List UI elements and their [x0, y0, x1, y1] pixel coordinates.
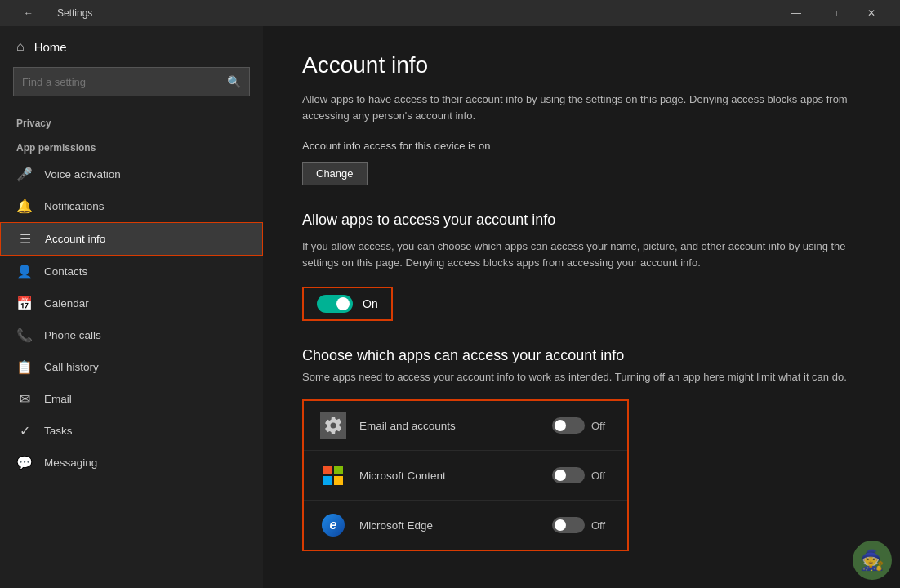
app-name-ms-edge: Microsoft Edge — [359, 519, 539, 532]
search-box: 🔍 — [13, 67, 250, 96]
ms-logo-grid — [323, 466, 343, 485]
app-toggle-label-ms-content: Off — [591, 470, 611, 482]
table-row: Microsoft Content Off — [304, 451, 627, 501]
sidebar-item-label: Voice activation — [44, 168, 121, 180]
toggle-thumb — [336, 297, 350, 310]
main-toggle-container[interactable]: On — [302, 287, 393, 321]
notifications-icon: 🔔 — [16, 198, 33, 214]
calendar-icon: 📅 — [16, 296, 33, 311]
sidebar: ⌂ Home 🔍 Privacy App permissions 🎤 Voice… — [0, 26, 263, 588]
sidebar-item-label: Contacts — [44, 265, 87, 278]
sidebar-item-label: Messaging — [44, 457, 97, 469]
sidebar-item-home[interactable]: ⌂ Home — [0, 26, 263, 67]
sidebar-item-contacts[interactable]: 👤 Contacts — [0, 256, 263, 287]
minimize-button[interactable]: — — [777, 0, 815, 26]
titlebar-left: ← Settings — [10, 0, 92, 26]
close-button[interactable]: ✕ — [853, 0, 890, 26]
app-toggle-area-email-accounts: Off — [552, 417, 611, 434]
intro-text: Allow apps to have access to their accou… — [302, 91, 861, 123]
app-toggle-email-accounts[interactable] — [552, 417, 585, 434]
search-input[interactable] — [22, 76, 221, 88]
app-toggle-label-ms-edge: Off — [591, 519, 611, 532]
app-toggle-ms-content[interactable] — [552, 467, 585, 483]
titlebar-controls: — □ ✕ — [777, 0, 890, 26]
allow-section-heading: Allow apps to access your account info — [302, 212, 861, 229]
app-name-email-accounts: Email and accounts — [359, 420, 539, 432]
sidebar-item-label: Calendar — [44, 297, 89, 310]
app-list: Email and accounts Off — [302, 399, 629, 551]
home-label: Home — [34, 40, 67, 54]
contacts-icon: 👤 — [16, 264, 33, 279]
page-title: Account info — [302, 52, 861, 78]
sidebar-item-voice-activation[interactable]: 🎤 Voice activation — [0, 158, 263, 190]
choose-section-desc: Some apps need to access your account in… — [302, 371, 861, 383]
sidebar-item-label: Call history — [44, 361, 99, 373]
app-name-ms-content: Microsoft Content — [359, 470, 539, 482]
app-toggle-thumb — [555, 470, 566, 481]
sidebar-item-call-history[interactable]: 📋 Call history — [0, 351, 263, 383]
ms-content-icon — [320, 462, 346, 488]
sidebar-item-account-info[interactable]: ☰ Account info — [0, 222, 263, 256]
maximize-button[interactable]: □ — [815, 0, 853, 26]
watermark-emoji: 🧙 — [853, 541, 892, 580]
privacy-label: Privacy — [0, 109, 263, 134]
ms-cell-yellow — [334, 476, 343, 485]
app-toggle-ms-edge[interactable] — [552, 517, 585, 533]
ms-cell-green — [334, 466, 343, 474]
sidebar-item-label: Email — [44, 393, 72, 405]
titlebar-title: Settings — [57, 7, 92, 19]
sidebar-item-label: Notifications — [44, 200, 105, 212]
sidebar-item-calendar[interactable]: 📅 Calendar — [0, 287, 263, 319]
sidebar-item-email[interactable]: ✉ Email — [0, 383, 263, 415]
titlebar: ← Settings — □ ✕ — [0, 0, 900, 26]
sidebar-item-label: Tasks — [44, 425, 73, 437]
email-icon: ✉ — [16, 391, 33, 407]
phone-calls-icon: 📞 — [16, 327, 33, 343]
ms-cell-red — [323, 466, 332, 474]
app-body: ⌂ Home 🔍 Privacy App permissions 🎤 Voice… — [0, 26, 900, 588]
sidebar-item-label: Phone calls — [44, 329, 101, 341]
edge-logo: e — [322, 514, 345, 537]
back-button[interactable]: ← — [10, 0, 47, 26]
choose-section-heading: Choose which apps can access your accoun… — [302, 347, 861, 364]
home-icon: ⌂ — [16, 39, 25, 54]
email-accounts-icon — [320, 412, 346, 439]
device-access-label: Account info access for this device is o… — [302, 140, 861, 152]
app-toggle-thumb — [555, 420, 566, 431]
main-toggle[interactable] — [317, 295, 353, 313]
sidebar-item-notifications[interactable]: 🔔 Notifications — [0, 190, 263, 222]
allow-section-desc: If you allow access, you can choose whic… — [302, 238, 861, 270]
voice-activation-icon: 🎤 — [16, 167, 33, 182]
table-row: e Microsoft Edge Off — [304, 501, 627, 550]
app-toggle-area-ms-edge: Off — [552, 517, 611, 533]
ms-edge-icon: e — [320, 512, 346, 538]
main-toggle-label: On — [363, 297, 378, 310]
app-toggle-label-email-accounts: Off — [591, 420, 611, 432]
sidebar-item-tasks[interactable]: ✓ Tasks — [0, 415, 263, 447]
watermark: 🧙 — [853, 541, 892, 580]
account-info-icon: ☰ — [17, 231, 33, 247]
messaging-icon: 💬 — [16, 455, 33, 470]
change-button[interactable]: Change — [302, 162, 368, 185]
sidebar-item-messaging[interactable]: 💬 Messaging — [0, 447, 263, 479]
ms-cell-blue — [323, 476, 332, 485]
search-icon: 🔍 — [227, 75, 241, 88]
tasks-icon: ✓ — [16, 423, 33, 439]
sidebar-item-phone-calls[interactable]: 📞 Phone calls — [0, 319, 263, 351]
main-content: Account info Allow apps to have access t… — [263, 26, 900, 588]
app-toggle-thumb — [555, 519, 566, 531]
app-permissions-label: App permissions — [0, 134, 263, 158]
app-toggle-area-ms-content: Off — [552, 467, 611, 483]
table-row: Email and accounts Off — [304, 401, 627, 451]
sidebar-item-label: Account info — [45, 233, 105, 245]
call-history-icon: 📋 — [16, 359, 33, 375]
